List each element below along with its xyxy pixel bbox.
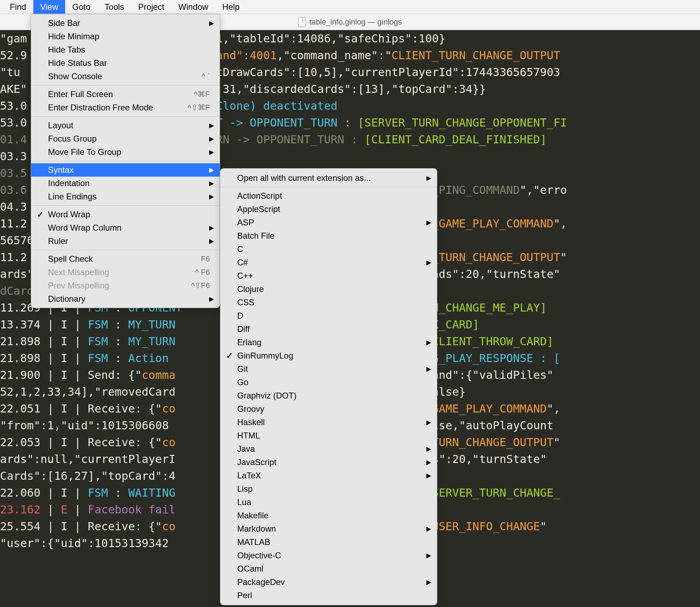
syntax-item-erlang[interactable]: Erlang▶ [220,336,437,349]
menu-item-label: Erlang [237,337,261,347]
shortcut-label: ^⇧⌘F [187,103,210,112]
menu-item-enter-full-screen[interactable]: Enter Full Screen^⌘F [31,88,220,101]
menu-item-label: Dictionary [48,294,85,304]
syntax-item-batch-file[interactable]: Batch File [220,229,437,243]
menu-item-focus-group[interactable]: Focus Group▶ [31,132,220,145]
syntax-item-c[interactable]: C [220,243,437,256]
menu-item-move-file-to-group[interactable]: Move File To Group▶ [31,145,220,159]
menu-item-label: MATLAB [237,537,270,547]
syntax-item-go[interactable]: Go [220,376,437,389]
menu-item-line-endings[interactable]: Line Endings▶ [31,190,220,203]
syntax-item-lisp[interactable]: Lisp [220,482,437,496]
submenu-arrow-icon: ▶ [209,224,214,232]
menu-item-label: Go [237,377,248,387]
syntax-item-groovy[interactable]: Groovy [220,402,437,416]
menu-item-label: Graphviz (DOT) [237,391,296,401]
syntax-item-java[interactable]: Java▶ [220,442,437,456]
menu-item-label: GinRummyLog [237,351,293,361]
syntax-item-asp[interactable]: ASP▶ [220,216,437,229]
menu-item-label: PackageDev [237,577,285,587]
menu-item-label: AppleScript [237,204,280,214]
submenu-arrow-icon: ▶ [426,578,431,586]
menu-item-label: C [237,244,243,254]
menu-item-label: LaTeX [237,471,261,480]
syntax-item-actionscript[interactable]: ActionScript [220,189,437,203]
menu-item-label: Show Console [48,71,102,81]
menu-item-side-bar[interactable]: Side Bar▶ [31,16,220,30]
syntax-item-d[interactable]: D [220,309,437,322]
menu-item-spell-check[interactable]: Spell CheckF6 [31,252,220,266]
menu-item-syntax[interactable]: Syntax▶ [31,163,220,177]
menu-item-label: Enter Distraction Free Mode [48,103,153,112]
syntax-item-diff[interactable]: Diff [220,322,437,336]
menu-window[interactable]: Window [171,0,215,14]
menu-separator [31,161,220,161]
menu-item-label: Objective-C [237,551,281,560]
syntax-item-css[interactable]: CSS [220,296,437,309]
menu-item-label: ASP [237,218,254,227]
menu-item-layout[interactable]: Layout▶ [31,119,220,132]
menu-item-word-wrap[interactable]: ✓Word Wrap [31,208,220,221]
menu-item-dictionary[interactable]: Dictionary▶ [31,292,220,306]
menu-item-label: CSS [237,298,254,307]
menubar: FindViewGotoToolsProjectWindowHelp [0,0,700,14]
menu-project[interactable]: Project [131,0,171,14]
menu-find[interactable]: Find [3,0,33,14]
menu-item-label: Clojure [237,284,264,294]
menu-item-label: Open all with current extension as... [237,173,371,183]
menu-item-label: Enter Full Screen [48,89,113,99]
menu-item-label: Move File To Group [48,147,121,157]
menu-item-show-console[interactable]: Show Console^ ` [31,70,220,83]
submenu-arrow-icon: ▶ [426,458,431,466]
submenu-arrow-icon: ▶ [209,135,214,143]
menu-item-label: Focus Group [48,134,97,144]
menu-item-indentation[interactable]: Indentation▶ [31,177,220,190]
menu-separator [31,205,220,206]
menu-item-label: Hide Minimap [48,32,99,41]
syntax-item-matlab[interactable]: MATLAB [220,536,437,549]
submenu-arrow-icon: ▶ [426,418,431,426]
submenu-arrow-icon: ▶ [426,525,431,533]
submenu-arrow-icon: ▶ [426,445,431,453]
syntax-item-c-[interactable]: C++ [220,269,437,282]
menu-item-hide-status-bar[interactable]: Hide Status Bar [31,56,220,70]
menu-item-word-wrap-column[interactable]: Word Wrap Column▶ [31,221,220,234]
syntax-item-latex[interactable]: LaTeX▶ [220,469,437,482]
submenu-arrow-icon: ▶ [209,166,214,174]
menu-item-ruler[interactable]: Ruler▶ [31,234,220,248]
syntax-item-javascript[interactable]: JavaScript▶ [220,456,437,469]
menu-item-label: Perl [237,591,252,600]
syntax-item-applescript[interactable]: AppleScript [220,203,437,216]
syntax-item-ginrummylog[interactable]: ✓GinRummyLog [220,349,437,362]
syntax-item-html[interactable]: HTML [220,429,437,442]
menu-goto[interactable]: Goto [65,0,97,14]
syntax-item-haskell[interactable]: Haskell▶ [220,416,437,429]
submenu-arrow-icon: ▶ [209,19,214,27]
syntax-item-perl[interactable]: Perl [220,589,437,602]
syntax-item-markdown[interactable]: Markdown▶ [220,522,437,536]
menu-item-hide-tabs[interactable]: Hide Tabs [31,43,220,56]
syntax-item-ocaml[interactable]: OCaml [220,562,437,575]
syntax-item-objective-c[interactable]: Objective-C▶ [220,549,437,562]
menu-separator [31,250,220,250]
syntax-item-clojure[interactable]: Clojure [220,282,437,296]
syntax-item-lua[interactable]: Lua [220,496,437,509]
submenu-arrow-icon: ▶ [209,179,214,187]
menu-item-label: Spell Check [48,254,93,264]
view-menu: Side Bar▶Hide MinimapHide TabsHide Statu… [31,14,220,308]
menu-view[interactable]: View [33,0,66,14]
syntax-item-graphviz-dot-[interactable]: Graphviz (DOT) [220,389,437,402]
menu-item-label: Prev Misspelling [48,281,109,291]
check-icon: ✓ [37,210,44,219]
menu-item-enter-distraction-free-mode[interactable]: Enter Distraction Free Mode^⇧⌘F [31,101,220,114]
menu-tools[interactable]: Tools [97,0,131,14]
syntax-item-git[interactable]: Git▶ [220,362,437,376]
syntax-item-packagedev[interactable]: PackageDev▶ [220,575,437,589]
menu-item-hide-minimap[interactable]: Hide Minimap [31,30,220,43]
menu-help[interactable]: Help [215,0,246,14]
syntax-item-open-all-with-current-extension-as-[interactable]: Open all with current extension as...▶ [220,171,437,185]
syntax-item-c-[interactable]: C#▶ [220,256,437,269]
menu-item-label: Layout [48,121,73,130]
menu-item-label: Hide Status Bar [48,58,107,68]
syntax-item-makefile[interactable]: Makefile [220,509,437,522]
